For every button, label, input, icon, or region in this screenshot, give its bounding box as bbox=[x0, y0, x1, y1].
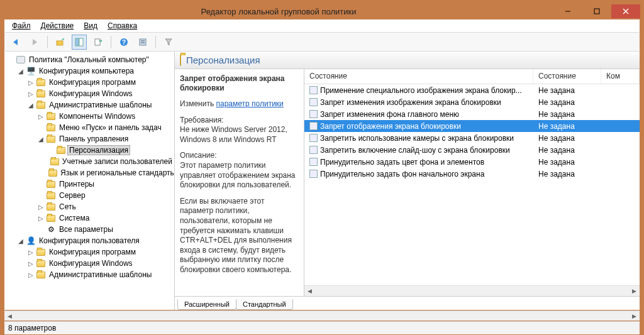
content-header: Персонализация bbox=[175, 52, 640, 69]
help-button[interactable]: ? bbox=[116, 35, 131, 50]
policy-comment bbox=[601, 162, 640, 163]
menubar: Файл Действие Вид Справка bbox=[4, 19, 640, 33]
column-header-comment[interactable]: Ком bbox=[601, 69, 640, 84]
tree-network[interactable]: ▷Сеть bbox=[37, 201, 174, 212]
scroll-left-icon[interactable]: ◀ bbox=[304, 286, 315, 297]
tree-user-admin-templates[interactable]: ▷Административные шаблоны bbox=[27, 269, 174, 280]
content-pane: Персонализация Запрет отображения экрана… bbox=[175, 52, 640, 310]
folder-icon bbox=[46, 112, 56, 121]
policy-comment bbox=[601, 138, 640, 139]
selected-policy-name: Запрет отображения экрана блокировки bbox=[180, 74, 299, 93]
policy-comment bbox=[601, 150, 640, 151]
menu-help[interactable]: Справка bbox=[104, 20, 141, 31]
policy-row[interactable]: Применение специального изображения экра… bbox=[304, 84, 640, 96]
tree-start-menu[interactable]: Меню «Пуск» и панель задач bbox=[37, 122, 174, 133]
tab-standard[interactable]: Стандартный bbox=[236, 299, 293, 310]
policy-state: Не задана bbox=[533, 145, 601, 155]
policy-icon bbox=[309, 146, 318, 154]
tree-admin-templates[interactable]: ◢Административные шаблоны bbox=[27, 99, 174, 111]
tab-extended[interactable]: Расширенный bbox=[177, 299, 236, 310]
export-button[interactable] bbox=[91, 35, 106, 50]
svg-rect-6 bbox=[79, 38, 83, 46]
policy-row[interactable]: Запрет изменения изображения экрана блок… bbox=[304, 96, 640, 108]
outer-horizontal-scrollbar[interactable]: ◀ ▶ bbox=[4, 310, 640, 321]
filter-button[interactable] bbox=[161, 35, 176, 50]
tree-root[interactable]: Политика "Локальный компьютер" bbox=[7, 54, 174, 65]
tree-system[interactable]: ▷Система bbox=[37, 212, 174, 224]
svg-rect-1 bbox=[594, 9, 599, 14]
titlebar: Редактор локальной групповой политики bbox=[4, 4, 640, 19]
back-button[interactable] bbox=[8, 35, 23, 50]
menu-action[interactable]: Действие bbox=[37, 20, 78, 31]
statusbar: 8 параметров bbox=[4, 321, 640, 335]
folder-icon bbox=[46, 180, 56, 189]
tree-user-windows-config[interactable]: ▷Конфигурация Windows bbox=[27, 258, 174, 269]
folder-icon bbox=[36, 248, 46, 256]
tree-printers[interactable]: Принтеры bbox=[37, 178, 174, 190]
tree-personalization[interactable]: Персонализация bbox=[47, 145, 174, 156]
requirements-text: Не ниже Windows Server 2012, Windows 8 и… bbox=[180, 125, 287, 144]
policy-row[interactable]: Запретить использование камеры с экрана … bbox=[304, 132, 640, 144]
tree-windows-components[interactable]: ▷Компоненты Windows bbox=[37, 111, 174, 122]
menu-file[interactable]: Файл bbox=[8, 20, 35, 31]
tree-pane[interactable]: Политика "Локальный компьютер" ◢🖥️Конфиг… bbox=[4, 52, 175, 310]
tree-software-config[interactable]: ▷Конфигурация программ bbox=[27, 77, 174, 88]
toolbar: ? bbox=[4, 33, 640, 52]
policy-comment bbox=[601, 102, 640, 103]
folder-icon bbox=[48, 168, 57, 177]
tree-user-accounts[interactable]: Учетные записи пользователей bbox=[47, 156, 174, 167]
up-button[interactable] bbox=[53, 35, 68, 50]
settings-icon: ⚙ bbox=[46, 225, 56, 234]
close-button[interactable] bbox=[611, 4, 640, 18]
policy-row[interactable]: Запрет отображения экрана блокировкиНе з… bbox=[304, 120, 640, 132]
policy-icon bbox=[309, 158, 318, 166]
policy-name: Запретить использование камеры с экрана … bbox=[320, 134, 514, 143]
scroll-right-icon[interactable]: ▶ bbox=[629, 286, 640, 297]
description-text-2: Если вы включаете этот параметр политики… bbox=[180, 197, 299, 275]
edit-policy-link[interactable]: параметр политики bbox=[216, 99, 283, 108]
svg-rect-7 bbox=[95, 39, 100, 45]
tree-all-settings[interactable]: ⚙Все параметры bbox=[37, 224, 174, 235]
horizontal-scrollbar[interactable]: ◀ ▶ bbox=[304, 285, 640, 296]
folder-icon bbox=[50, 157, 59, 166]
policy-list: Состояние Состояние Ком Применение специ… bbox=[304, 69, 640, 296]
scroll-right-icon[interactable]: ▶ bbox=[629, 310, 640, 321]
folder-icon bbox=[46, 135, 56, 143]
folder-icon bbox=[36, 270, 46, 279]
policy-name: Запрет изменения фона главного меню bbox=[320, 110, 459, 119]
policy-name: Запретить включение слайд-шоу с экрана б… bbox=[320, 146, 510, 155]
view-tabs: Расширенный Стандартный bbox=[175, 296, 640, 310]
properties-button[interactable] bbox=[135, 35, 150, 50]
maximize-button[interactable] bbox=[582, 4, 611, 18]
svg-rect-10 bbox=[140, 39, 146, 45]
column-header-name[interactable]: Состояние bbox=[304, 69, 533, 84]
policy-state: Не задана bbox=[533, 97, 601, 107]
description-text-1: Этот параметр политики управляет отображ… bbox=[180, 161, 296, 189]
policy-state: Не задана bbox=[533, 121, 601, 131]
show-tree-button[interactable] bbox=[72, 35, 87, 50]
tree-server[interactable]: Сервер bbox=[37, 190, 174, 201]
column-header-state[interactable]: Состояние bbox=[533, 69, 601, 84]
minimize-button[interactable] bbox=[553, 4, 582, 18]
policy-name: Принудительно задать цвет фона и элемент… bbox=[320, 158, 484, 167]
policy-name: Запрет отображения экрана блокировки bbox=[320, 122, 461, 131]
tree-computer-config[interactable]: ◢🖥️Конфигурация компьютера bbox=[17, 65, 174, 77]
menu-view[interactable]: Вид bbox=[80, 20, 101, 31]
policy-rows[interactable]: Применение специального изображения экра… bbox=[304, 84, 640, 285]
policy-row[interactable]: Запрет изменения фона главного менюНе за… bbox=[304, 108, 640, 120]
policy-name: Запрет изменения изображения экрана блок… bbox=[320, 98, 501, 107]
policy-row[interactable]: Принудительно задать цвет фона и элемент… bbox=[304, 156, 640, 168]
scroll-left-icon[interactable]: ◀ bbox=[4, 310, 15, 321]
tree-windows-config[interactable]: ▷Конфигурация Windows bbox=[27, 88, 174, 99]
tree-control-panel[interactable]: ◢Панель управления bbox=[37, 133, 174, 145]
tree-user-config[interactable]: ◢👤Конфигурация пользователя bbox=[17, 235, 174, 246]
forward-button[interactable] bbox=[27, 35, 42, 50]
policy-row[interactable]: Запретить включение слайд-шоу с экрана б… bbox=[304, 144, 640, 156]
policy-row[interactable]: Принудительно задать фон начального экра… bbox=[304, 168, 640, 180]
policy-comment bbox=[601, 126, 640, 127]
policy-name: Принудительно задать фон начального экра… bbox=[320, 170, 484, 178]
tree-language-region[interactable]: Язык и региональные стандарты bbox=[47, 167, 174, 178]
folder-icon bbox=[36, 259, 46, 268]
tree-user-software-config[interactable]: ▷Конфигурация программ bbox=[27, 246, 174, 258]
details-pane: Запрет отображения экрана блокировки Изм… bbox=[175, 69, 304, 296]
